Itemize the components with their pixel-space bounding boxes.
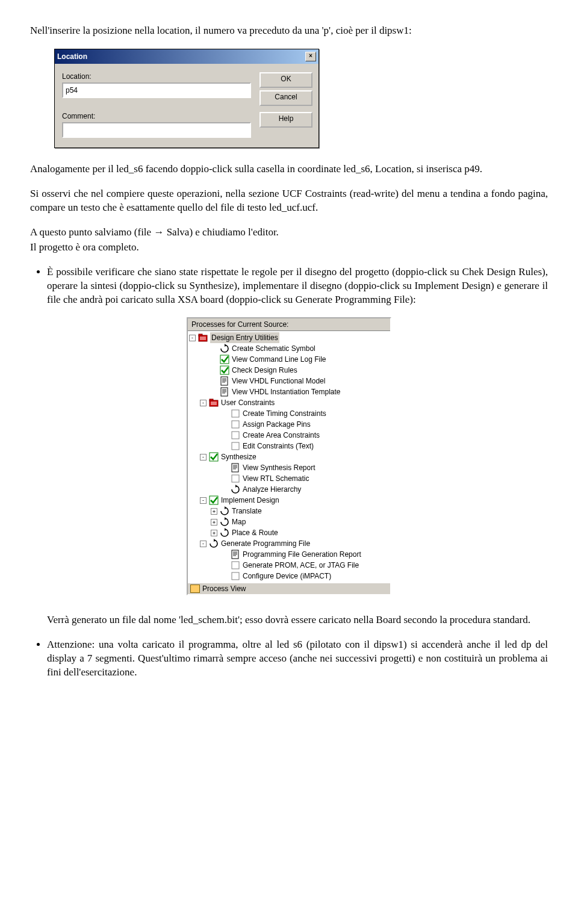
location-input[interactable]	[62, 82, 251, 98]
tree-item-label: User Constraints	[221, 397, 275, 408]
tree-item[interactable]: +Place & Route	[189, 527, 390, 538]
panel-statusbar: Process View	[188, 583, 390, 594]
tree-item-label: Configure Device (iMPACT)	[243, 571, 331, 581]
cycle-icon	[220, 517, 229, 527]
tree-item[interactable]: View Synthesis Report	[189, 462, 390, 473]
doc-icon	[220, 387, 229, 397]
expand-icon[interactable]: +	[211, 508, 217, 515]
cycle-icon	[220, 506, 229, 516]
doc-icon	[231, 463, 240, 473]
comment-input[interactable]	[62, 122, 251, 138]
blank-icon	[231, 430, 240, 440]
tree-item[interactable]: View VHDL Instantiation Template	[189, 386, 390, 397]
tree-item[interactable]: View Command Line Log File	[189, 354, 390, 365]
collapse-icon[interactable]: -	[200, 400, 207, 406]
tree-item[interactable]: -Design Entry Utilities	[189, 332, 390, 343]
tree-item[interactable]: -Implement Design	[189, 495, 390, 506]
blank-icon	[231, 420, 240, 429]
tree-item-label: Place & Route	[232, 527, 278, 538]
blank-icon	[231, 571, 240, 581]
tree-item[interactable]: -User Constraints	[189, 397, 390, 408]
cancel-button[interactable]: Cancel	[259, 90, 312, 106]
tree-item[interactable]: Create Area Constraints	[189, 430, 390, 441]
dialog-titlebar: Location ×	[55, 49, 319, 64]
panel-title: Processes for Current Source:	[188, 318, 390, 331]
tree-item[interactable]: +Map	[189, 516, 390, 527]
collapse-icon[interactable]: -	[200, 541, 207, 547]
check-icon	[209, 495, 219, 505]
tree-item-label: Map	[232, 516, 246, 527]
location-dialog: Location × Location: OK Cancel Comment: …	[54, 49, 319, 148]
tree-item-label: Check Design Rules	[232, 365, 297, 376]
tree-item-label: View Synthesis Report	[243, 462, 315, 473]
process-tree[interactable]: -Design Entry UtilitiesCreate Schematic …	[188, 331, 390, 583]
tree-item-label: View VHDL Functional Model	[232, 376, 325, 386]
check-icon	[220, 355, 229, 364]
cycle-icon	[209, 539, 219, 548]
tree-item-label: Synthesize	[221, 451, 256, 462]
blank-icon	[231, 560, 240, 570]
tree-item[interactable]: Analyze Hierarchy	[189, 484, 390, 495]
bullet-paragraph: Attenzione: una volta caricato il progra…	[47, 638, 548, 680]
tree-item[interactable]: Create Schematic Symbol	[189, 343, 390, 354]
collapse-icon[interactable]: -	[200, 454, 207, 460]
folder-icon	[209, 398, 219, 408]
expand-icon[interactable]: +	[211, 530, 217, 536]
tree-item-label: Design Entry Utilities	[210, 332, 279, 343]
tree-item[interactable]: -Generate Programming File	[189, 538, 390, 549]
blank-icon	[231, 474, 240, 483]
tree-item-label: Assign Package Pins	[243, 419, 311, 430]
paragraph-intro: Nell'inserire la posizione nella locatio…	[30, 24, 548, 38]
paragraph: Il progetto è ora completo.	[30, 241, 548, 255]
tree-item[interactable]: Edit Constraints (Text)	[189, 441, 390, 451]
ok-button[interactable]: OK	[259, 72, 312, 88]
location-label: Location:	[62, 72, 251, 81]
collapse-icon[interactable]: -	[189, 335, 196, 341]
tree-item-label: Generate PROM, ACE, or JTAG File	[243, 560, 359, 571]
paragraph: Analogamente per il led_s6 facendo doppi…	[30, 163, 548, 176]
tree-item[interactable]: Assign Package Pins	[189, 419, 390, 430]
tree-item-label: Analyze Hierarchy	[243, 484, 301, 495]
folder-icon	[198, 333, 208, 343]
paragraph: A questo punto salviamo (file → Salva) e…	[30, 226, 548, 240]
tree-item[interactable]: Programming File Generation Report	[189, 549, 390, 560]
tree-item[interactable]: View VHDL Functional Model	[189, 376, 390, 386]
status-text: Process View	[202, 584, 246, 593]
expand-icon[interactable]: +	[211, 519, 217, 526]
check-icon	[209, 452, 219, 462]
tree-item-label: Generate Programming File	[221, 538, 310, 549]
tree-item[interactable]: Create Timing Constraints	[189, 408, 390, 419]
doc-icon	[220, 376, 229, 386]
cycle-icon	[220, 528, 229, 538]
tree-item-label: View Command Line Log File	[232, 354, 326, 365]
dialog-title: Location	[57, 52, 87, 61]
tree-item-label: View RTL Schematic	[243, 473, 309, 484]
tree-item-label: View VHDL Instantiation Template	[232, 386, 341, 397]
paragraph: Verrà generato un file dal nome 'led_sch…	[30, 613, 548, 627]
tree-item-label: Create Timing Constraints	[243, 408, 326, 419]
tree-item[interactable]: Generate PROM, ACE, or JTAG File	[189, 560, 390, 571]
tree-item[interactable]: View RTL Schematic	[189, 473, 390, 484]
close-icon[interactable]: ×	[305, 52, 316, 61]
comment-label: Comment:	[62, 112, 251, 120]
tree-item[interactable]: -Synthesize	[189, 451, 390, 462]
tree-item-label: Create Schematic Symbol	[232, 343, 315, 354]
tree-item-label: Translate	[232, 506, 262, 516]
tree-item-label: Implement Design	[221, 495, 279, 506]
paragraph: Si osservi che nel compiere queste opera…	[30, 187, 548, 215]
bullet-paragraph: È possibile verificare che siano state r…	[47, 265, 548, 307]
tree-item[interactable]: Check Design Rules	[189, 365, 390, 376]
tree-item-label: Edit Constraints (Text)	[243, 441, 314, 451]
tree-item[interactable]: +Translate	[189, 506, 390, 516]
collapse-icon[interactable]: -	[200, 497, 207, 504]
tab-icon	[190, 584, 200, 593]
help-button[interactable]: Help	[259, 112, 312, 128]
tree-item[interactable]: Configure Device (iMPACT)	[189, 571, 390, 581]
processes-panel: Processes for Current Source: -Design En…	[187, 317, 391, 595]
cycle-icon	[231, 485, 240, 494]
cycle-icon	[220, 344, 229, 353]
doc-icon	[231, 550, 240, 559]
tree-item-label: Programming File Generation Report	[243, 549, 361, 560]
check-icon	[220, 365, 229, 375]
blank-icon	[231, 441, 240, 451]
